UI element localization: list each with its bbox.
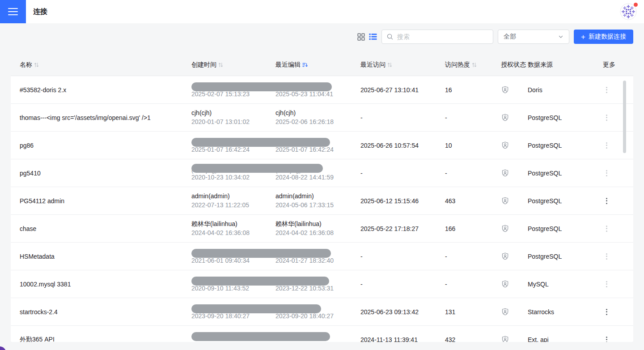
scrollbar-thumb[interactable] — [623, 81, 626, 153]
table-row[interactable]: pg5410(chenjing)2020-10-23 10:34:02(chen… — [11, 159, 633, 187]
redacted-author-bar — [191, 164, 323, 173]
person-shield-icon — [501, 85, 509, 94]
column-header-label: 名称 — [20, 61, 32, 69]
menu-button[interactable] — [0, 0, 26, 23]
type-filter-select[interactable]: 全部 — [498, 30, 569, 44]
connection-name: HSMetadata — [11, 243, 191, 270]
data-source: PostgreSQL — [528, 243, 603, 270]
more-actions-button[interactable] — [604, 195, 610, 207]
more-actions-button[interactable] — [604, 223, 610, 235]
more-cell — [603, 215, 633, 242]
created-time: 2020-10-23 10:34:02 — [191, 173, 250, 181]
more-actions-button[interactable] — [604, 334, 610, 342]
table-row[interactable]: startrocks-2.42023-09-20 18:40:272023-09… — [11, 298, 633, 326]
more-actions-button[interactable] — [604, 84, 610, 96]
table-row[interactable]: thomas---<img src='/assets/img/openai.sv… — [11, 104, 633, 132]
column-header-label: 数据来源 — [528, 61, 553, 69]
column-header-5[interactable]: 访问热度 — [445, 54, 501, 76]
column-header-7: 数据来源 — [528, 54, 603, 76]
person-shield-icon — [501, 224, 509, 233]
table-row[interactable]: chase赖林华(lailinhua)2024-04-02 16:36:08赖林… — [11, 215, 633, 243]
author-name: cjh(cjh) — [191, 109, 212, 117]
created-cell: 2020-09-10 11:43:52 — [191, 270, 275, 298]
sort-icon[interactable] — [471, 62, 477, 68]
more-actions-button[interactable] — [604, 112, 610, 124]
edited-cell: admin(admin)2024-05-06 17:33:15 — [275, 187, 360, 214]
person-shield-icon — [501, 169, 509, 177]
edited-time: 2025-02-06 16:26:18 — [275, 118, 334, 126]
column-header-label: 最近访问 — [360, 61, 386, 69]
sort-icon[interactable] — [387, 62, 393, 68]
connection-name: thomas---<img src='/assets/img/openai.sv… — [11, 104, 191, 131]
auth-status — [501, 187, 528, 214]
connections-table: 名称创建时间最近编辑最近访问访问热度授权状态数据来源更多 #53582-dori… — [11, 54, 633, 342]
column-header-4[interactable]: 最近访问 — [360, 54, 445, 76]
redacted-author-bar — [191, 138, 330, 147]
new-connection-button[interactable]: + 新建数据连接 — [574, 30, 633, 44]
column-header-label: 创建时间 — [191, 61, 216, 69]
table-row[interactable]: 10002.mysql 33812020-09-10 11:43:522023-… — [11, 270, 633, 298]
person-shield-icon — [501, 280, 509, 288]
last-visited: 2025-06-12 15:15:46 — [360, 187, 445, 214]
column-header-1[interactable]: 名称 — [11, 54, 191, 76]
table-body: #53582-doris 2.x2025-02-07 15:13:232025-… — [11, 76, 633, 342]
search-box — [381, 30, 493, 44]
more-actions-button[interactable] — [604, 251, 610, 262]
sort-desc-icon[interactable] — [302, 62, 308, 68]
new-connection-label: 新建数据连接 — [589, 33, 626, 41]
author-name: admin(admin) — [191, 192, 230, 200]
search-input[interactable] — [396, 33, 488, 41]
table-row[interactable]: HSMetadata2021-06-01 09:40:342024-01-27 … — [11, 243, 633, 270]
table-row[interactable]: 外勤365 API2024-11-13 11:39:41432Ext. api — [11, 326, 633, 342]
redacted-author-bar — [191, 249, 331, 258]
person-shield-icon — [501, 252, 509, 260]
visit-heat: 10 — [445, 132, 501, 159]
more-actions-button[interactable] — [604, 306, 610, 318]
chevron-down-icon — [558, 34, 564, 39]
created-time: 2020-01-07 13:01:02 — [191, 118, 250, 126]
column-header-8: 更多 — [603, 54, 633, 76]
more-cell — [603, 76, 633, 103]
redacted-author-bar — [191, 332, 330, 341]
connection-name: 10002.mysql 3381 — [11, 270, 191, 298]
more-actions-button[interactable] — [604, 167, 610, 179]
created-cell: 2025-02-07 15:13:23 — [191, 76, 275, 103]
created-time: 2024-04-02 16:36:08 — [191, 229, 250, 237]
table-row[interactable]: #53582-doris 2.x2025-02-07 15:13:232025-… — [11, 76, 633, 104]
plugin-badge[interactable] — [620, 3, 637, 20]
data-source: PostgreSQL — [528, 215, 603, 242]
column-header-label: 授权状态 — [501, 61, 526, 69]
person-shield-icon — [501, 335, 509, 342]
visit-heat: - — [445, 270, 501, 298]
list-view-button[interactable] — [368, 32, 378, 42]
hamburger-icon — [8, 6, 18, 17]
data-source: MySQL — [528, 270, 603, 298]
data-source: PostgreSQL — [528, 159, 603, 187]
grid-view-button[interactable] — [356, 32, 366, 42]
plus-icon: + — [581, 33, 585, 41]
data-source: Doris — [528, 76, 603, 103]
author-name: 赖林华(lailinhua) — [275, 220, 322, 228]
column-header-2[interactable]: 创建时间 — [191, 54, 275, 76]
person-shield-icon — [501, 141, 509, 149]
page-title: 连接 — [33, 7, 47, 17]
more-cell — [603, 159, 633, 187]
table-row[interactable]: pg862025-01-07 16:42:242025-01-07 16:42:… — [11, 132, 633, 159]
sort-icon[interactable] — [218, 62, 224, 68]
more-actions-button[interactable] — [604, 140, 610, 151]
more-actions-button[interactable] — [604, 278, 610, 290]
floating-assistant-bubble[interactable] — [0, 346, 6, 350]
person-shield-icon — [501, 113, 509, 122]
data-source: Ext. api — [528, 326, 603, 342]
edited-time: 2024-05-06 17:33:15 — [275, 201, 334, 209]
redacted-author-bar — [191, 277, 329, 286]
created-cell: 赖林华(lailinhua)2024-04-02 16:36:08 — [191, 215, 275, 242]
connection-name: pg5410 — [11, 159, 191, 187]
column-header-3[interactable]: 最近编辑 — [275, 54, 360, 76]
sort-icon[interactable] — [34, 62, 39, 68]
table-row[interactable]: PG54112 adminadmin(admin)2022-07-13 11:2… — [11, 187, 633, 215]
column-header-label: 更多 — [603, 61, 615, 69]
last-visited: 2025-06-26 10:57:54 — [360, 132, 445, 159]
table-header: 名称创建时间最近编辑最近访问访问热度授权状态数据来源更多 — [11, 54, 633, 76]
created-cell: 2021-06-01 09:40:34 — [191, 243, 275, 270]
